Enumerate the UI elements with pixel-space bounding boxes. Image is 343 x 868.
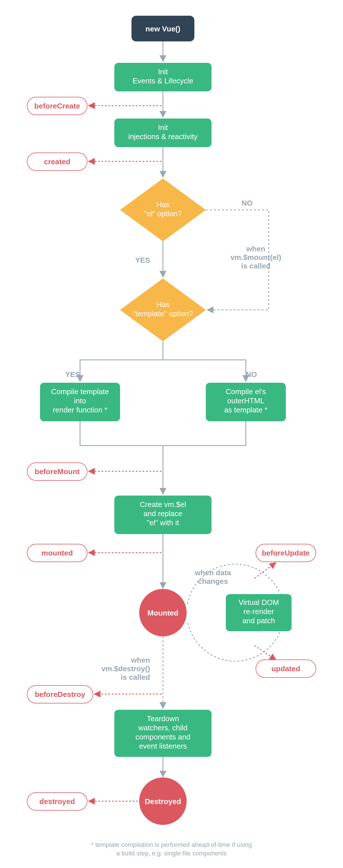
hasel-l2: "el" option? <box>144 209 181 218</box>
hook-mounted-label: mounted <box>41 549 73 557</box>
ct-l3: render function * <box>53 406 108 414</box>
cvm-l3: "el" with it <box>147 518 179 527</box>
vd-l3: and patch <box>242 616 275 625</box>
vue-lifecycle-diagram: new Vue() Init Events & Lifecycle before… <box>0 0 343 868</box>
ce-l1: Compile el's <box>226 387 266 396</box>
whenDestroy-l1: when <box>131 656 150 664</box>
init-react-l2: injections & reactivity <box>128 132 198 141</box>
whenDestroy-l3: is called <box>121 673 150 681</box>
ct-l2: into <box>74 397 86 405</box>
hook-beforeUpdate-label: beforeUpdate <box>262 549 310 557</box>
mounted-circle-label: Mounted <box>147 609 178 617</box>
ct-l1: Compile template <box>51 387 109 396</box>
no2-label: NO <box>246 370 257 379</box>
init-events-l1: Init <box>158 67 168 76</box>
whenMount-l2: vm.$mount(el) <box>230 253 281 261</box>
td-l3: components and <box>136 733 190 741</box>
footnote-l1: * template compilation is performed ahea… <box>91 841 252 848</box>
merge-line <box>80 421 246 445</box>
whenMount-l1: when <box>246 245 265 253</box>
whenMount-l3: is called <box>241 261 271 270</box>
hook-beforeDestroy-label: beforeDestroy <box>35 690 85 699</box>
yes-label: YES <box>135 256 150 265</box>
td-l4: event listeners <box>139 742 187 750</box>
hook-line <box>254 646 276 660</box>
hook-beforeMount-label: beforeMount <box>35 467 80 476</box>
vd-l1: Virtual DOM <box>238 598 279 607</box>
yes2-label: YES <box>65 370 80 379</box>
whenData-l2: changes <box>198 577 228 586</box>
init-events-l2: Events & Lifecycle <box>133 76 193 85</box>
hook-beforeCreate-label: beforeCreate <box>34 102 80 110</box>
ce-l2: outerHTML <box>227 397 264 405</box>
ce-l3: as template * <box>224 406 267 414</box>
hook-created-label: created <box>44 157 70 166</box>
whenData-l1: when data <box>194 568 231 577</box>
cvm-l1: Create vm.$el <box>140 500 186 509</box>
vd-l2: re-render <box>244 607 274 616</box>
cvm-l2: and replace <box>143 509 182 518</box>
hook-line <box>254 563 276 578</box>
no-label: NO <box>241 199 253 207</box>
split-left <box>80 341 163 381</box>
hook-updated-label: updated <box>271 664 300 673</box>
footnote-l2: a build step, e.g. single-file component… <box>116 850 227 857</box>
whenDestroy-l2: vm.$destroy() <box>102 664 150 673</box>
hook-destroyed-label: destroyed <box>39 797 75 806</box>
td-l1: Teardown <box>147 714 179 723</box>
td-l2: watchers, child <box>138 723 188 732</box>
hastpl-l2: "template" option? <box>133 309 193 318</box>
start-label: new Vue() <box>145 25 180 33</box>
hasel-l1: Has <box>156 200 170 209</box>
destroyed-circle-label: Destroyed <box>145 797 181 806</box>
split-right <box>163 360 246 381</box>
init-react-l1: Init <box>158 123 168 132</box>
hastpl-l1: Has <box>156 300 170 309</box>
